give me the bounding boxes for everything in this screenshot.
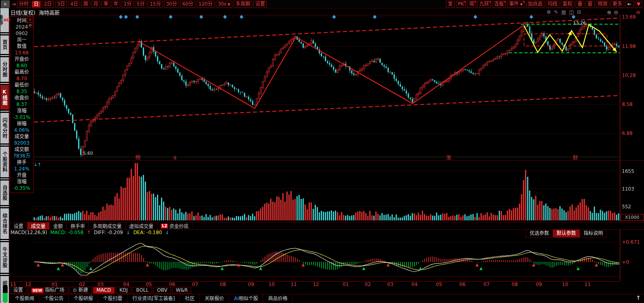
tool-button-6[interactable]: 加自选 (526, 1, 545, 8)
window-icon[interactable]: ◫ (569, 9, 577, 15)
period-tab-0[interactable]: 分时 (17, 1, 31, 8)
period-tab-14[interactable]: 120分 (196, 1, 215, 8)
macd-button-0[interactable]: 优选参数 (526, 230, 553, 237)
tool-button-9[interactable]: 叠 (576, 1, 584, 8)
sidebar-item-label: 自选股 (1, 185, 8, 201)
subchart-tab-6[interactable]: L2资金抄底 (157, 222, 192, 229)
period-tab-11[interactable]: 15分 (148, 1, 163, 8)
close-icon[interactable]: × (27, 17, 33, 23)
tool-button-7[interactable]: 均线 (546, 1, 559, 8)
scrollbar-thumb[interactable] (3, 293, 8, 303)
period-tab-9[interactable]: 1分 (122, 1, 134, 8)
info-label: 最高价 (10, 69, 33, 75)
indicator-button-0[interactable]: 设置 (10, 287, 27, 294)
news-tab-6[interactable]: 关联报价 (200, 295, 229, 303)
news-tab-5[interactable]: 社区 (180, 295, 200, 303)
sidebar-item-label: 综合排名 (1, 213, 8, 234)
sidebar-item-6[interactable]: 自选股 (0, 181, 9, 205)
svg-text:▲: ▲ (419, 266, 422, 270)
tool-button-8[interactable]: 复权 (561, 1, 574, 8)
info-value: 7836万 (10, 153, 33, 159)
zoom-out-icon[interactable]: ⊖ (614, 9, 621, 15)
svg-text:552: 552 (622, 204, 631, 210)
sidebar-item-3[interactable]: K线图 (0, 85, 9, 110)
svg-text:11: 11 (584, 282, 590, 287)
sidebar-separator (0, 145, 9, 145)
news-tab-7[interactable]: AI相似个股 (229, 295, 263, 303)
sidebar-item-5[interactable]: 个股资料 (0, 147, 9, 177)
tool-button-2[interactable]: 简 (467, 1, 476, 8)
tool-button-1[interactable]: PK (456, 1, 466, 8)
subchart-tab-3[interactable]: 换手率 (67, 222, 89, 229)
macd-params-label[interactable]: MACD(12,26,9) (10, 230, 47, 235)
indicator-button-2[interactable]: ⊙新建 (69, 287, 92, 294)
back-button[interactable]: ⇤ (625, 1, 634, 8)
news-tab-1[interactable]: 个股公告 (39, 295, 69, 303)
macd-button-2[interactable]: 指标说明 (580, 230, 607, 237)
subchart-tab-2[interactable]: 金额 (50, 222, 67, 229)
period-tab-6[interactable]: 月 (91, 1, 100, 8)
subchart-tab-1[interactable]: 成交量 (27, 222, 50, 229)
sidebar-scrollbar[interactable] (2, 284, 8, 303)
sidebar-item-2[interactable]: 分时图 (0, 57, 9, 82)
svg-text:↓↑: ↓↑ (34, 162, 41, 167)
indicator-button-4[interactable]: KDJ (116, 287, 132, 294)
sidebar-item-label: 牛叉诊股 (1, 247, 8, 268)
period-tab-7[interactable]: 季 (101, 1, 110, 8)
sidebar-item-0[interactable]: 推荐NEW (0, 8, 9, 32)
svg-text:13.69: 13.69 (622, 14, 636, 20)
ruler-icon[interactable]: ▤ (561, 9, 569, 15)
period-tab-1[interactable]: 日 (32, 1, 41, 8)
toolbar-more-dropdown[interactable]: ▼ (635, 1, 642, 8)
indicator-button-5[interactable]: BOLL (132, 287, 152, 294)
svg-text:05: 05 (146, 282, 152, 287)
indicator-button-7[interactable]: W&R (172, 287, 192, 294)
period-tab-10[interactable]: 5分 (135, 1, 147, 8)
indicator-button-3[interactable]: MACD (93, 287, 115, 294)
gear-icon[interactable]: ⚙ (547, 9, 554, 15)
tool-button-4[interactable]: 连板 (492, 1, 506, 8)
period-tab-4[interactable]: 4日 (68, 1, 80, 8)
period-tab-8[interactable]: 年 (111, 1, 120, 8)
pencil-icon[interactable]: ✎ (554, 9, 561, 15)
tool-button-11[interactable]: 预测 (596, 1, 609, 8)
jump-forward-icon[interactable]: ⇥ (11, 1, 16, 7)
news-tab-4[interactable]: 行业资讯[军工装备] (128, 295, 180, 303)
minus-box-icon[interactable]: ⊟ (577, 9, 584, 15)
tool-button-12[interactable]: 更多 (611, 1, 624, 8)
period-tab-5[interactable]: 周 (81, 1, 90, 8)
news-tab-3[interactable]: 个股扫雷 (98, 295, 128, 303)
svg-text:1655: 1655 (622, 168, 634, 174)
sidebar-item-7[interactable]: 综合排名 (0, 208, 9, 239)
indicator-button-1[interactable]: NEW指标广场 (28, 287, 68, 294)
tool-button-0[interactable]: 发 (446, 1, 455, 8)
news-tab-8[interactable]: 商品价格 (263, 295, 293, 303)
sub-chart-tab-bar: 设置成交量金额换手率多周期成交量虚拟成交量L2资金抄底 (10, 222, 644, 230)
news-tab-0[interactable]: 个股新闻 (10, 295, 39, 303)
macd-button-1[interactable]: 默认参数 (553, 230, 580, 237)
subchart-tab-0[interactable]: 设置 (10, 222, 27, 229)
sidebar-item-4[interactable]: 闪电分时 (0, 113, 9, 143)
sidebar-item-8[interactable]: 牛叉诊股 (0, 242, 9, 273)
sidebar-item-1[interactable]: 首页 (0, 35, 9, 54)
subchart-tab-4[interactable]: 多周期成交量 (89, 222, 126, 229)
subchart-tab-5[interactable]: 虚拟成交量 (126, 222, 157, 229)
period-tab-17[interactable]: 设置 (253, 1, 267, 8)
news-tab-2[interactable]: 个股研报 (69, 295, 98, 303)
period-tab-2[interactable]: 2日 (42, 1, 54, 8)
arrow-up-icon: ↑ (87, 230, 91, 235)
period-tab-13[interactable]: 60分 (180, 1, 195, 8)
tool-button-3[interactable]: 九转 (477, 1, 491, 8)
period-tab-3[interactable]: 3日 (55, 1, 67, 8)
collapse-sidebar-button[interactable]: » (1, 0, 10, 8)
period-tab-15[interactable]: 30s ▼ (216, 1, 232, 8)
collapse-pane-icon[interactable]: ⊖ (636, 9, 640, 15)
period-tab-16[interactable]: 多周期 (233, 1, 252, 8)
zoom-in-icon[interactable]: ⊕ (607, 9, 614, 15)
scroll-top-icon[interactable]: ↑ (636, 295, 641, 301)
tool-button-5[interactable]: 事件 ▼ (507, 1, 525, 8)
period-tab-12[interactable]: 30分 (164, 1, 179, 8)
gear-icon[interactable]: ⚙ (27, 23, 33, 28)
tool-button-10[interactable]: 窗 (586, 1, 594, 8)
indicator-button-6[interactable]: OBV (153, 287, 171, 294)
